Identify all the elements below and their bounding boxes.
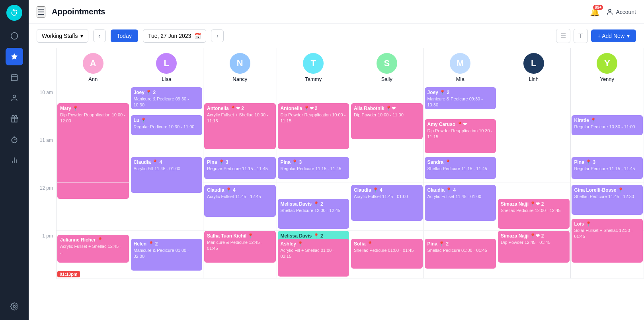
appt-detail: Regular Pedicure 11:15 - 11:45	[207, 166, 273, 172]
sidebar-item-appointments[interactable]	[6, 48, 23, 65]
filter-button[interactable]: ⊤	[574, 29, 588, 43]
cal-cell-linh-0[interactable]	[497, 87, 571, 135]
appt-detail: Shellac Pedicure 11:45 - 12:30	[574, 194, 640, 200]
cal-cell-ann-3[interactable]: Julianne Richer 📍 Acrylic Fullset + Shel…	[57, 231, 130, 279]
staff-header-linh: L Linh	[497, 48, 571, 87]
appointment-card[interactable]: Claudia 📍 4 Acrylic Fullset 11:45 - 01:0…	[351, 185, 423, 221]
appointment-card[interactable]: Gina Lorelli-Bosse 📍 Shellac Pedicure 11…	[572, 185, 643, 215]
appointment-card[interactable]: Pina 📍 3 Regular Pedicure 11:15 - 11:45	[204, 157, 276, 179]
staff-header-nancy: N Nancy	[203, 48, 277, 87]
cal-cell-yenny-1[interactable]: Pina 📍 3 Regular Pedicure 11:15 - 11:45	[571, 135, 644, 183]
cal-cell-mia-0[interactable]: Joey 📍 2 Manicure & Pedicure 09:30 - 10:…	[424, 87, 498, 135]
app-logo[interactable]: ⏱	[6, 5, 22, 21]
cal-cell-ann-1[interactable]	[57, 135, 130, 183]
appointment-card[interactable]: Claudia 📍 4 Acrylic Fullset 11:45 - 01:0…	[425, 185, 496, 221]
staff-avatar-yenny: Y	[597, 53, 617, 74]
sidebar-item-calendar[interactable]	[6, 69, 23, 86]
appointment-card[interactable]: Joey 📍 2 Manicure & Pedicure 09:30 - 10:…	[131, 87, 203, 109]
cal-cell-lisa-3[interactable]: Helen 📍 2 Manicure & Pedicure 01:00 - 02…	[130, 231, 204, 279]
svg-point-10	[14, 306, 16, 308]
appt-name: Kirstie 📍	[574, 117, 640, 124]
cal-cell-linh-1[interactable]	[497, 135, 571, 183]
account-button[interactable]: Account	[606, 8, 636, 16]
cal-cell-tammy-0[interactable]: Antonella 📍❤ 2 Dip Powder Reapplication …	[277, 87, 351, 135]
appt-name: Claudia 📍 4	[207, 187, 273, 194]
appointment-card[interactable]: Lu 📍 Regular Pedicure 10:30 - 11:00	[131, 115, 203, 135]
cal-cell-tammy-2[interactable]: Melissa Davis 📍 2 Shellac Pedicure 12:00…	[277, 183, 351, 231]
sidebar-item-check[interactable]	[6, 27, 23, 45]
staff-header-tammy: T Tammy	[277, 48, 351, 87]
cal-cell-lisa-1[interactable]: Claudia 📍 4 Acrylic Fill 11:45 - 01:00	[130, 135, 204, 183]
appointment-card[interactable]: Helen 📍 2 Manicure & Pedicure 01:00 - 02…	[131, 239, 203, 271]
appt-name: Claudia 📍 4	[354, 187, 420, 194]
sidebar-item-clients[interactable]	[6, 89, 23, 107]
cal-cell-lisa-2[interactable]	[130, 183, 204, 231]
cal-cell-nancy-3[interactable]: Salha Tuan Kichil 📍 Manicure & Pedicure …	[203, 231, 277, 279]
cal-cell-lisa-0[interactable]: Joey 📍 2 Manicure & Pedicure 09:30 - 10:…	[130, 87, 204, 135]
cal-cell-linh-3[interactable]: Simaza Najji 📍❤ 2 Dip Powder 12:45 - 01:…	[497, 231, 571, 279]
appt-name: Simaza Najji 📍❤ 2	[501, 233, 567, 240]
appointment-card[interactable]: Claudia 📍 4 Acrylic Fullset 11:45 - 12:4…	[204, 185, 276, 217]
list-view-button[interactable]: ☰	[556, 29, 570, 43]
appointment-card[interactable]: Julianne Richer 📍 Acrylic Fullset + Shel…	[57, 235, 129, 263]
add-new-button[interactable]: + Add New ▾	[591, 29, 636, 42]
account-icon	[606, 8, 613, 16]
cal-cell-tammy-1[interactable]: Pina 📍 3 Regular Pedicure 11:15 - 11:45	[277, 135, 351, 183]
appt-detail: Regular Pedicure 11:15 - 11:45	[281, 166, 347, 172]
notification-button[interactable]: 🔔 99+	[590, 7, 600, 17]
appointment-card[interactable]: Sandra 📍 Shellac Pedicure 11:15 - 11:45	[425, 157, 496, 179]
staff-header-ann: A Ann	[57, 48, 130, 87]
appointment-card[interactable]: Pina 📍 2 Shellac Pedicure 01:00 - 01:45	[425, 239, 496, 269]
sidebar: ⏱	[0, 0, 29, 320]
appointment-card[interactable]: Joey 📍 2 Manicure & Pedicure 09:30 - 10:…	[425, 87, 496, 109]
sidebar-item-settings[interactable]	[6, 298, 23, 315]
cal-cell-linh-2[interactable]: Simaza Najji 📍❤ 2 Shellac Pedicure 12:00…	[497, 183, 571, 231]
appointment-card[interactable]: Pina 📍 3 Regular Pedicure 11:15 - 11:45	[572, 157, 643, 179]
page-title: Appointments	[52, 7, 584, 16]
appointment-card[interactable]: Kirstie 📍 Regular Pedicure 10:30 - 11:00	[572, 115, 643, 135]
cal-cell-yenny-2[interactable]: Gina Lorelli-Bosse 📍 Shellac Pedicure 11…	[571, 183, 644, 231]
appointment-card[interactable]: Sofia 📍 Shellac Pedicure 01:00 - 01:45	[351, 239, 423, 269]
cal-cell-ann-2[interactable]	[57, 183, 130, 231]
appt-name: Mary 📍	[60, 105, 126, 112]
appt-name: Joey 📍 2	[134, 89, 200, 96]
appt-detail: Regular Pedicure 10:30 - 11:00	[134, 124, 200, 130]
cal-cell-mia-1[interactable]: Sandra 📍 Shellac Pedicure 11:15 - 11:45	[424, 135, 498, 183]
cal-cell-ann-0[interactable]: Mary 📍 Dip Powder Reapplication 10:00 - …	[57, 87, 130, 135]
cal-cell-yenny-3[interactable]	[571, 231, 644, 279]
appointment-card[interactable]: Ashley 📍 Acrylic Fill + Shellac 01:00 - …	[278, 239, 349, 277]
appointment-card[interactable]: Simaza Najji 📍❤ 2 Dip Powder 12:45 - 01:…	[498, 231, 570, 263]
sidebar-item-services[interactable]	[6, 110, 23, 128]
cal-cell-nancy-2[interactable]: Claudia 📍 4 Acrylic Fullset 11:45 - 12:4…	[203, 183, 277, 231]
next-date-button[interactable]: ›	[211, 29, 224, 42]
cal-cell-nancy-1[interactable]: Pina 📍 3 Regular Pedicure 11:15 - 11:45	[203, 135, 277, 183]
cal-cell-mia-3[interactable]: Pina 📍 2 Shellac Pedicure 01:00 - 01:45	[424, 231, 498, 279]
cal-cell-sally-1[interactable]	[350, 135, 424, 183]
sidebar-item-timer[interactable]	[6, 131, 23, 148]
appt-detail: Manicure & Pedicure 09:30 - 10:30	[134, 96, 200, 108]
cal-cell-yenny-0[interactable]: Kirstie 📍 Regular Pedicure 10:30 - 11:00	[571, 87, 644, 135]
sidebar-item-reports[interactable]	[6, 151, 23, 169]
calendar-container[interactable]: A Ann L Lisa N Nancy T Tammy S Sally M M…	[29, 48, 644, 320]
menu-button[interactable]: ☰	[37, 6, 45, 18]
appointment-card[interactable]: Salha Tuan Kichil 📍 Manicure & Pedicure …	[204, 231, 276, 263]
calendar-icon: 📅	[194, 33, 201, 39]
cal-cell-sally-2[interactable]: Claudia 📍 4 Acrylic Fullset 11:45 - 01:0…	[350, 183, 424, 231]
today-button[interactable]: Today	[111, 29, 138, 42]
cal-cell-sally-3[interactable]: Sofia 📍 Shellac Pedicure 01:00 - 01:45	[350, 231, 424, 279]
appt-detail: Acrylic Fullset 11:45 - 01:00	[354, 194, 420, 200]
cal-cell-nancy-0[interactable]: Antonella 📍❤ 2 Acrylic Fullset + Shellac…	[203, 87, 277, 135]
appt-name: Pina 📍 3	[281, 159, 347, 166]
prev-date-button[interactable]: ‹	[93, 29, 106, 42]
staff-name-linh: Linh	[529, 76, 539, 82]
cal-cell-tammy-3[interactable]: Melissa Davis 📍 2 Eyebrow 12:45 - 01:00 …	[277, 231, 351, 279]
appointment-card[interactable]: Melissa Davis 📍 2 Shellac Pedicure 12:00…	[278, 199, 349, 229]
cal-cell-mia-2[interactable]: Claudia 📍 4 Acrylic Fullset 11:45 - 01:0…	[424, 183, 498, 231]
cal-cell-sally-0[interactable]: Alla Rabotnik 📍❤ Dip Powder 10:00 - 11:0…	[350, 87, 424, 135]
staff-filter-dropdown[interactable]: Working Staffs ▾	[37, 29, 88, 43]
staff-avatar-nancy: N	[230, 53, 250, 74]
appointment-card[interactable]: Alla Rabotnik 📍❤ Dip Powder 10:00 - 11:0…	[351, 103, 423, 139]
appointment-card[interactable]: Simaza Najji 📍❤ 2 Shellac Pedicure 12:00…	[498, 199, 570, 229]
appointment-card[interactable]: Pina 📍 3 Regular Pedicure 11:15 - 11:45	[278, 157, 349, 179]
appt-detail: Regular Pedicure 10:30 - 11:00	[574, 124, 640, 130]
